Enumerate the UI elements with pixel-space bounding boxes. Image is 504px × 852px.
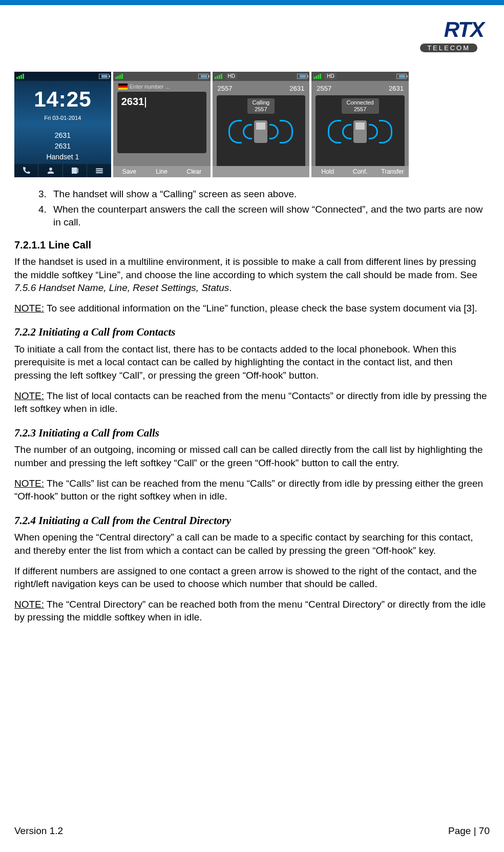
status-bar: HD	[311, 72, 409, 81]
softkey-save: Save	[113, 166, 145, 177]
status-bar: HD	[213, 72, 310, 81]
step-3: The handset will show a “Calling” screen…	[49, 188, 490, 201]
text: If the handset is used in a multiline en…	[14, 256, 477, 280]
note-label: NOTE:	[14, 599, 44, 610]
calling-animation-icon	[228, 120, 293, 143]
note-label: NOTE:	[14, 390, 44, 401]
battery-icon	[198, 74, 208, 79]
handset-dial-screen: Enter number ... 2631 Save Line Clear	[113, 72, 211, 177]
remote-ext: 2631	[289, 84, 304, 93]
call-status-label: Connected 2557	[342, 98, 379, 114]
softkey-conf: Conf.	[344, 166, 376, 177]
remote-ext: 2631	[389, 84, 404, 93]
paragraph: If the handset is used in a multiline en…	[14, 255, 490, 295]
signal-icon	[313, 74, 321, 79]
softkey-bar: Save Line Clear	[113, 166, 211, 177]
text: .	[229, 282, 232, 293]
page-footer: Version 1.2 Page | 70	[14, 824, 490, 838]
status-text: Calling	[253, 99, 270, 106]
signal-icon	[215, 74, 222, 79]
signal-icon	[16, 74, 24, 79]
note-paragraph: NOTE: The list of local contacts can be …	[14, 389, 490, 415]
logo-brand: RTX	[426, 15, 484, 45]
note-text: The “Calls” list can be reached from the…	[14, 478, 483, 502]
handset-icon	[353, 120, 367, 143]
softkey-empty	[245, 166, 277, 177]
note-paragraph: NOTE: To see additional information on t…	[14, 302, 490, 315]
local-ext: 2557	[218, 84, 233, 93]
softkey-transfer: Transfer	[376, 166, 409, 177]
softkey-bar	[213, 166, 310, 177]
battery-icon	[297, 74, 307, 79]
note-paragraph: NOTE: The “Calls” list can be reached fr…	[14, 477, 490, 503]
page-number: Page | 70	[448, 824, 490, 838]
dial-number: 2631	[121, 96, 146, 107]
status-number: 2557	[253, 106, 270, 113]
call-status-label: Calling 2557	[247, 98, 275, 114]
call-status-box: Connected 2557	[316, 95, 405, 170]
battery-icon	[396, 74, 407, 79]
handset-connected-screen: HD 2557 2631 Connected 2557	[311, 72, 409, 177]
idle-info: 2631 2631 Handset 1	[14, 130, 111, 162]
phone-icon	[14, 164, 38, 177]
heading-calls: 7.2.3 Initiating a Call from Calls	[14, 426, 490, 440]
idle-handset-name: Handset 1	[14, 152, 111, 162]
header-top-bar	[0, 0, 504, 5]
status-bar	[14, 72, 111, 81]
version-text: Version 1.2	[14, 824, 63, 838]
number-row: 2557 2631	[317, 84, 404, 93]
softkey-empty	[277, 166, 309, 177]
calls-icon	[87, 164, 111, 177]
softkey-empty	[213, 166, 245, 177]
note-text: The list of local contacts can be reache…	[14, 390, 487, 414]
heading-contacts: 7.2.2 Initiating a Call from Contacts	[14, 325, 490, 339]
heading-central-directory: 7.2.4 Initiating a Call from the Central…	[14, 513, 490, 528]
note-text: The “Central Directory” can be reached b…	[14, 599, 486, 623]
paragraph: If different numbers are assigned to one…	[14, 565, 490, 591]
handset-screenshots-row: 14:25 Fri 03-01-2014 2631 2631 Handset 1	[14, 72, 409, 177]
hd-badge: HD	[325, 73, 336, 80]
softkey-clear: Clear	[178, 166, 210, 177]
status-number: 2557	[347, 106, 374, 113]
numbered-steps: The handset will show a “Calling” screen…	[49, 188, 490, 229]
status-bar	[113, 72, 211, 81]
rtx-logo: RTX TELECOM	[426, 15, 484, 57]
softkey-hold: Hold	[311, 166, 344, 177]
idle-clock: 14:25	[14, 85, 111, 114]
reference: 7.5.6 Handset Name, Line, Reset Settings…	[14, 282, 229, 293]
battery-icon	[99, 74, 109, 79]
signal-icon	[115, 74, 123, 79]
contacts-icon	[38, 164, 62, 177]
handset-idle-screen: 14:25 Fri 03-01-2014 2631 2631 Handset 1	[14, 72, 111, 177]
local-ext: 2557	[317, 84, 331, 93]
number-row: 2557 2631	[218, 84, 305, 93]
idle-ext1: 2631	[14, 130, 111, 141]
handset-icon	[254, 120, 267, 143]
idle-ext2: 2631	[14, 141, 111, 152]
heading-line-call: 7.2.1.1 Line Call	[14, 238, 490, 252]
note-text: To see additional information on the “Li…	[44, 303, 477, 314]
note-paragraph: NOTE: The “Central Directory” can be rea…	[14, 598, 490, 624]
note-label: NOTE:	[14, 303, 44, 314]
softkey-bar: Hold Conf. Transfer	[311, 166, 409, 177]
step-4: When the counterpart answers the call th…	[49, 203, 490, 229]
enter-label: Enter number ...	[130, 83, 170, 91]
directory-icon	[63, 164, 87, 177]
softkey-line: Line	[145, 166, 178, 177]
dial-number-box: 2631	[117, 92, 206, 153]
idle-date: Fri 03-01-2014	[14, 114, 111, 122]
connected-animation-icon	[328, 120, 392, 143]
idle-icon-bar	[14, 164, 111, 177]
flag-icon	[118, 84, 128, 90]
paragraph: To initiate a call from the contact list…	[14, 343, 490, 382]
paragraph: The number of an outgoing, incoming or m…	[14, 443, 490, 469]
enter-number-row: Enter number ...	[118, 83, 206, 91]
logo-sub: TELECOM	[420, 44, 477, 52]
note-label: NOTE:	[14, 478, 44, 489]
hd-badge: HD	[226, 73, 237, 80]
status-text: Connected	[347, 99, 374, 106]
handset-calling-screen: HD 2557 2631 Calling 2557	[213, 72, 310, 177]
paragraph: When opening the “Central directory” a c…	[14, 531, 490, 557]
call-status-box: Calling 2557	[217, 95, 306, 170]
